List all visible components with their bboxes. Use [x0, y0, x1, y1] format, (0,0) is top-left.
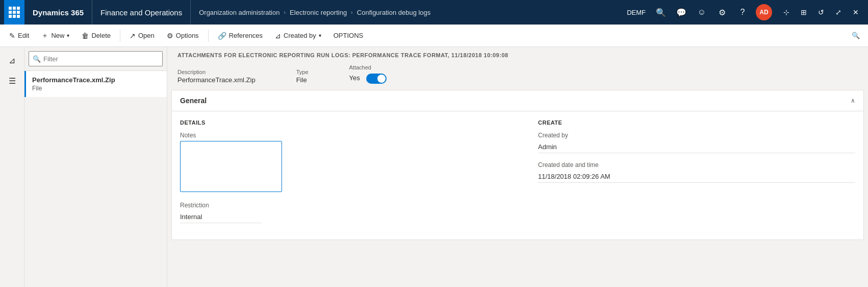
notes-textarea[interactable]: [180, 141, 282, 192]
sidebar-icons: ⊿ ☰: [0, 47, 24, 287]
created-by-chevron-icon: ▾: [319, 33, 321, 38]
open-label: Open: [138, 32, 155, 39]
open-icon: ↗: [130, 32, 136, 40]
edit-label: Edit: [18, 32, 29, 39]
chevron-icon: ›: [351, 9, 353, 15]
list-item-subtitle: File: [32, 85, 161, 92]
product-name: Finance and Operations: [92, 0, 191, 25]
general-section: General ∧ DETAILS Notes Restriction Inte…: [171, 90, 864, 240]
type-value: File: [296, 76, 309, 84]
delete-icon: 🗑: [82, 32, 89, 40]
create-title: CREATE: [538, 119, 855, 126]
create-column: CREATE Created by Admin Created date and…: [538, 119, 855, 231]
new-label: New: [51, 32, 64, 39]
options-button[interactable]: ⚙ Options: [162, 27, 204, 45]
filter-input[interactable]: [29, 51, 163, 66]
search-button[interactable]: 🔍: [848, 28, 864, 44]
filter-sidebar-icon[interactable]: ⊿: [3, 51, 21, 69]
list-item-title: PerformanceTrace.xml.Zip: [32, 76, 161, 84]
office-icon[interactable]: ⊞: [796, 4, 812, 20]
breadcrumb: Organization administration › Electronic…: [191, 9, 439, 16]
new-icon: ＋: [41, 31, 48, 40]
restriction-label: Restriction: [180, 202, 497, 209]
edit-icon: ✎: [9, 32, 15, 40]
restriction-field-group: Restriction Internal: [180, 202, 497, 223]
toggle-knob: [377, 75, 386, 83]
help-icon[interactable]: ?: [733, 3, 752, 21]
references-label: References: [229, 32, 263, 39]
references-button[interactable]: 🔗 References: [213, 27, 268, 45]
attached-label: Attached: [349, 64, 387, 70]
section-header[interactable]: General ∧: [172, 90, 863, 111]
separator: [208, 30, 209, 42]
window-controls: ⊹ ⊞ ↺ ⤢ ✕: [778, 4, 864, 20]
command-bar: ✎ Edit ＋ New ▾ 🗑 Delete ↗ Open ⚙ Options…: [0, 25, 868, 47]
smiley-icon[interactable]: ☺: [693, 3, 711, 21]
menu-sidebar-icon[interactable]: ☰: [3, 71, 21, 90]
description-field: Description PerformanceTrace.xml.Zip: [177, 69, 256, 84]
attached-toggle[interactable]: [366, 74, 387, 84]
top-navigation: Dynamics 365 Finance and Operations Orga…: [0, 0, 868, 25]
created-date-value: 11/18/2018 02:09:26 AM: [538, 171, 855, 183]
expand-icon[interactable]: ⤢: [830, 4, 847, 20]
restriction-value: Internal: [180, 211, 262, 223]
created-by-value: Admin: [538, 141, 855, 153]
environment-label: DEMF: [623, 9, 650, 16]
message-icon[interactable]: 💬: [672, 3, 691, 21]
breadcrumb-org[interactable]: Organization administration: [199, 9, 279, 16]
notes-field-group: Notes: [180, 132, 497, 194]
attached-field: Attached Yes: [349, 64, 387, 84]
app-name: Dynamics 365: [24, 0, 92, 25]
search-icon: 🔍: [852, 32, 860, 39]
waffle-button[interactable]: [4, 0, 24, 25]
options-label: Options: [176, 32, 199, 39]
open-button[interactable]: ↗ Open: [124, 27, 160, 45]
breadcrumb-er[interactable]: Electronic reporting: [290, 9, 347, 16]
refresh-icon[interactable]: ↺: [813, 4, 829, 20]
search-icon[interactable]: 🔍: [652, 3, 670, 21]
type-label: Type: [296, 69, 309, 75]
type-field: Type File: [296, 69, 309, 84]
filter-box: 🔍: [24, 47, 167, 71]
separator: [120, 30, 120, 42]
options2-label: OPTIONS: [334, 32, 364, 39]
section-body: DETAILS Notes Restriction Internal CREAT…: [172, 111, 863, 240]
list-panel: 🔍 PerformanceTrace.xml.Zip File: [24, 47, 167, 287]
description-value: PerformanceTrace.xml.Zip: [177, 76, 256, 84]
section-title: General: [180, 97, 207, 105]
created-by-label: Created by: [538, 132, 855, 139]
attachments-header: ATTACHMENTS FOR ELECTRONIC REPORTING RUN…: [167, 47, 868, 62]
options-icon: ⚙: [167, 32, 173, 40]
detail-panel: ATTACHMENTS FOR ELECTRONIC REPORTING RUN…: [167, 47, 868, 287]
filter-icon: ⊿: [275, 32, 281, 40]
options2-button[interactable]: OPTIONS: [328, 27, 369, 45]
created-by-label: Created by: [284, 32, 316, 39]
details-column: DETAILS Notes Restriction Internal: [180, 119, 497, 231]
attach-fields-row: Description PerformanceTrace.xml.Zip Typ…: [167, 62, 868, 90]
details-title: DETAILS: [180, 119, 497, 126]
created-by-field-group: Created by Admin: [538, 132, 855, 153]
created-by-button[interactable]: ⊿ Created by ▾: [270, 27, 326, 45]
edit-button[interactable]: ✎ Edit: [4, 27, 34, 45]
close-icon[interactable]: ✕: [848, 4, 864, 20]
user-avatar[interactable]: AD: [756, 4, 772, 20]
chevron-icon: ›: [284, 9, 286, 15]
delete-label: Delete: [91, 32, 111, 39]
new-chevron-icon: ▾: [67, 33, 69, 38]
pin-icon[interactable]: ⊹: [778, 4, 795, 20]
main-layout: ⊿ ☰ 🔍 PerformanceTrace.xml.Zip File ATTA…: [0, 47, 868, 287]
references-icon: 🔗: [218, 32, 226, 40]
created-date-label: Created date and time: [538, 161, 855, 169]
settings-icon[interactable]: ⚙: [713, 3, 731, 21]
description-label: Description: [177, 69, 256, 75]
delete-button[interactable]: 🗑 Delete: [76, 27, 116, 45]
created-date-field-group: Created date and time 11/18/2018 02:09:2…: [538, 161, 855, 183]
list-item[interactable]: PerformanceTrace.xml.Zip File: [24, 71, 167, 97]
notes-label: Notes: [180, 132, 497, 139]
breadcrumb-config[interactable]: Configuration debug logs: [357, 9, 431, 16]
new-button[interactable]: ＋ New ▾: [36, 27, 74, 45]
section-chevron-icon: ∧: [851, 97, 855, 104]
attached-value: Yes: [349, 74, 360, 82]
